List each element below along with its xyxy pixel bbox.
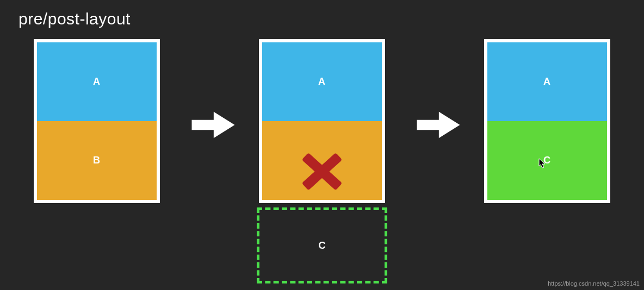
diagram-stage: A B A C A C	[0, 39, 644, 278]
block-a: A	[487, 42, 607, 121]
panel-before: A B	[34, 39, 160, 203]
arrow-right-icon	[416, 109, 461, 141]
panel-after: A C	[484, 39, 610, 203]
cursor-icon	[538, 158, 546, 169]
panel-removing: A	[259, 39, 385, 203]
block-b: B	[37, 121, 157, 200]
block-c: C	[487, 121, 607, 200]
block-b-removed	[262, 121, 382, 200]
cross-icon	[301, 150, 343, 192]
block-a: A	[37, 42, 157, 121]
watermark: https://blog.csdn.net/qq_31339141	[548, 280, 640, 287]
arrow-right-icon	[190, 109, 236, 141]
slide-title: pre/post-layout	[18, 10, 131, 28]
block-a: A	[262, 42, 382, 121]
pending-block-c: C	[257, 207, 387, 283]
pending-block-label: C	[319, 240, 326, 251]
